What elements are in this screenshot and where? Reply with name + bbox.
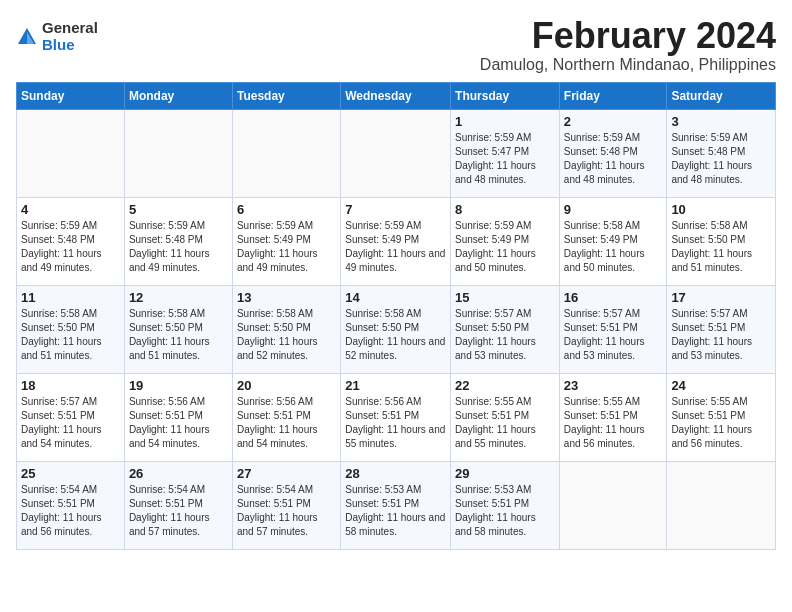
day-info: Sunrise: 5:59 AMSunset: 5:48 PMDaylight:… [129,219,228,275]
day-info: Sunrise: 5:59 AMSunset: 5:49 PMDaylight:… [237,219,336,275]
day-cell [341,109,451,197]
day-info: Sunrise: 5:58 AMSunset: 5:50 PMDaylight:… [21,307,120,363]
day-cell: 24Sunrise: 5:55 AMSunset: 5:51 PMDayligh… [667,373,776,461]
day-info: Sunrise: 5:59 AMSunset: 5:48 PMDaylight:… [564,131,663,187]
day-cell: 13Sunrise: 5:58 AMSunset: 5:50 PMDayligh… [232,285,340,373]
logo-blue: Blue [42,37,98,54]
logo: General Blue [16,20,98,53]
day-cell [232,109,340,197]
day-cell [559,461,667,549]
day-number: 14 [345,290,446,305]
day-number: 7 [345,202,446,217]
day-info: Sunrise: 5:59 AMSunset: 5:49 PMDaylight:… [455,219,555,275]
day-cell: 10Sunrise: 5:58 AMSunset: 5:50 PMDayligh… [667,197,776,285]
calendar-header-row: SundayMondayTuesdayWednesdayThursdayFrid… [17,82,776,109]
day-number: 22 [455,378,555,393]
day-cell [124,109,232,197]
day-info: Sunrise: 5:56 AMSunset: 5:51 PMDaylight:… [129,395,228,451]
day-number: 5 [129,202,228,217]
day-info: Sunrise: 5:59 AMSunset: 5:47 PMDaylight:… [455,131,555,187]
day-number: 11 [21,290,120,305]
day-cell: 27Sunrise: 5:54 AMSunset: 5:51 PMDayligh… [232,461,340,549]
day-info: Sunrise: 5:58 AMSunset: 5:50 PMDaylight:… [345,307,446,363]
day-number: 1 [455,114,555,129]
day-info: Sunrise: 5:58 AMSunset: 5:50 PMDaylight:… [237,307,336,363]
day-info: Sunrise: 5:57 AMSunset: 5:51 PMDaylight:… [564,307,663,363]
day-info: Sunrise: 5:58 AMSunset: 5:49 PMDaylight:… [564,219,663,275]
day-cell: 26Sunrise: 5:54 AMSunset: 5:51 PMDayligh… [124,461,232,549]
svg-marker-1 [27,32,34,44]
day-number: 3 [671,114,771,129]
header-friday: Friday [559,82,667,109]
day-number: 8 [455,202,555,217]
day-cell: 14Sunrise: 5:58 AMSunset: 5:50 PMDayligh… [341,285,451,373]
day-info: Sunrise: 5:56 AMSunset: 5:51 PMDaylight:… [345,395,446,451]
day-number: 23 [564,378,663,393]
day-cell: 5Sunrise: 5:59 AMSunset: 5:48 PMDaylight… [124,197,232,285]
day-info: Sunrise: 5:56 AMSunset: 5:51 PMDaylight:… [237,395,336,451]
day-info: Sunrise: 5:54 AMSunset: 5:51 PMDaylight:… [237,483,336,539]
logo-text: General Blue [42,20,98,53]
page-header: General Blue February 2024 Damulog, Nort… [16,16,776,74]
day-cell: 7Sunrise: 5:59 AMSunset: 5:49 PMDaylight… [341,197,451,285]
day-cell: 20Sunrise: 5:56 AMSunset: 5:51 PMDayligh… [232,373,340,461]
week-row-3: 11Sunrise: 5:58 AMSunset: 5:50 PMDayligh… [17,285,776,373]
day-number: 16 [564,290,663,305]
title-area: February 2024 Damulog, Northern Mindanao… [480,16,776,74]
day-info: Sunrise: 5:59 AMSunset: 5:49 PMDaylight:… [345,219,446,275]
day-info: Sunrise: 5:58 AMSunset: 5:50 PMDaylight:… [671,219,771,275]
day-cell: 25Sunrise: 5:54 AMSunset: 5:51 PMDayligh… [17,461,125,549]
day-number: 25 [21,466,120,481]
logo-icon [16,26,38,48]
day-number: 6 [237,202,336,217]
day-cell: 22Sunrise: 5:55 AMSunset: 5:51 PMDayligh… [451,373,560,461]
day-number: 18 [21,378,120,393]
day-cell: 2Sunrise: 5:59 AMSunset: 5:48 PMDaylight… [559,109,667,197]
calendar-table: SundayMondayTuesdayWednesdayThursdayFrid… [16,82,776,550]
day-info: Sunrise: 5:53 AMSunset: 5:51 PMDaylight:… [455,483,555,539]
day-number: 4 [21,202,120,217]
week-row-1: 1Sunrise: 5:59 AMSunset: 5:47 PMDaylight… [17,109,776,197]
day-cell: 29Sunrise: 5:53 AMSunset: 5:51 PMDayligh… [451,461,560,549]
day-number: 27 [237,466,336,481]
day-number: 10 [671,202,771,217]
day-number: 15 [455,290,555,305]
day-info: Sunrise: 5:55 AMSunset: 5:51 PMDaylight:… [671,395,771,451]
week-row-4: 18Sunrise: 5:57 AMSunset: 5:51 PMDayligh… [17,373,776,461]
header-monday: Monday [124,82,232,109]
day-number: 19 [129,378,228,393]
day-cell: 19Sunrise: 5:56 AMSunset: 5:51 PMDayligh… [124,373,232,461]
day-info: Sunrise: 5:53 AMSunset: 5:51 PMDaylight:… [345,483,446,539]
day-cell: 28Sunrise: 5:53 AMSunset: 5:51 PMDayligh… [341,461,451,549]
day-cell [667,461,776,549]
day-number: 20 [237,378,336,393]
week-row-5: 25Sunrise: 5:54 AMSunset: 5:51 PMDayligh… [17,461,776,549]
header-sunday: Sunday [17,82,125,109]
header-tuesday: Tuesday [232,82,340,109]
day-number: 29 [455,466,555,481]
day-cell: 21Sunrise: 5:56 AMSunset: 5:51 PMDayligh… [341,373,451,461]
header-saturday: Saturday [667,82,776,109]
day-cell: 9Sunrise: 5:58 AMSunset: 5:49 PMDaylight… [559,197,667,285]
day-info: Sunrise: 5:58 AMSunset: 5:50 PMDaylight:… [129,307,228,363]
day-info: Sunrise: 5:54 AMSunset: 5:51 PMDaylight:… [129,483,228,539]
day-number: 9 [564,202,663,217]
day-number: 2 [564,114,663,129]
day-info: Sunrise: 5:55 AMSunset: 5:51 PMDaylight:… [455,395,555,451]
day-info: Sunrise: 5:55 AMSunset: 5:51 PMDaylight:… [564,395,663,451]
day-info: Sunrise: 5:59 AMSunset: 5:48 PMDaylight:… [671,131,771,187]
day-cell: 6Sunrise: 5:59 AMSunset: 5:49 PMDaylight… [232,197,340,285]
day-cell: 18Sunrise: 5:57 AMSunset: 5:51 PMDayligh… [17,373,125,461]
day-info: Sunrise: 5:59 AMSunset: 5:48 PMDaylight:… [21,219,120,275]
day-cell: 23Sunrise: 5:55 AMSunset: 5:51 PMDayligh… [559,373,667,461]
day-cell: 8Sunrise: 5:59 AMSunset: 5:49 PMDaylight… [451,197,560,285]
day-number: 13 [237,290,336,305]
day-number: 26 [129,466,228,481]
day-cell: 1Sunrise: 5:59 AMSunset: 5:47 PMDaylight… [451,109,560,197]
logo-general: General [42,20,98,37]
day-cell [17,109,125,197]
day-cell: 17Sunrise: 5:57 AMSunset: 5:51 PMDayligh… [667,285,776,373]
day-info: Sunrise: 5:57 AMSunset: 5:50 PMDaylight:… [455,307,555,363]
day-info: Sunrise: 5:54 AMSunset: 5:51 PMDaylight:… [21,483,120,539]
day-number: 28 [345,466,446,481]
